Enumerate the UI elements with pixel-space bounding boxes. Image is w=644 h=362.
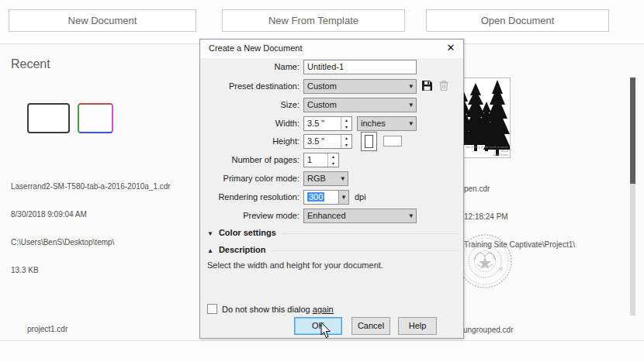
seal-artwork bbox=[457, 221, 513, 305]
section-collapsed-icon: ▼ bbox=[207, 230, 213, 237]
chevron-down-icon: ▾ bbox=[409, 209, 413, 222]
save-preset-icon[interactable] bbox=[421, 80, 434, 92]
thumbnail-caption: the poetry of the earth is never dead Jo… bbox=[459, 145, 508, 157]
mouse-cursor bbox=[320, 322, 332, 342]
file-name: project1.cdr bbox=[27, 325, 107, 334]
preview-mode-dropdown[interactable]: Enhanced ▾ bbox=[303, 209, 417, 223]
vertical-scrollbar[interactable] bbox=[630, 78, 635, 315]
section-divider bbox=[272, 250, 459, 251]
spinner-up-icon[interactable]: ▴ bbox=[341, 117, 351, 124]
recent-thumbnail-seal[interactable] bbox=[457, 221, 513, 305]
recent-thumbnail-laserrand[interactable] bbox=[27, 103, 70, 133]
new-from-template-button[interactable]: New From Template bbox=[222, 9, 405, 32]
landscape-orientation-button[interactable] bbox=[383, 136, 402, 147]
chevron-down-icon: ▾ bbox=[341, 172, 345, 185]
size-dropdown[interactable]: Custom ▾ bbox=[303, 98, 417, 112]
section-expanded-icon: ▲ bbox=[207, 247, 213, 254]
file-name: pen.cdr bbox=[464, 184, 575, 194]
name-input[interactable]: Untitled-1 bbox=[303, 60, 417, 74]
new-document-button[interactable]: New Document bbox=[9, 9, 196, 32]
file-date: 8/30/2018 9:09:04 AM bbox=[11, 210, 171, 219]
help-button[interactable]: Help bbox=[398, 317, 437, 335]
color-settings-section-header[interactable]: ▼Color settings bbox=[207, 228, 276, 239]
rendering-resolution-label: Rendering resolution: bbox=[200, 190, 299, 205]
pages-spinner[interactable]: ▴ ▾ bbox=[327, 153, 338, 167]
number-of-pages-label: Number of pages: bbox=[200, 153, 299, 167]
height-input[interactable]: 3.5 " ▴ ▾ bbox=[303, 134, 352, 149]
description-section-header[interactable]: ▲Description bbox=[207, 245, 265, 256]
create-new-document-dialog: Create a New Document ✕ Name: Untitled-1… bbox=[199, 39, 464, 339]
selected-text: 300 bbox=[307, 192, 324, 202]
width-label: Width: bbox=[200, 116, 299, 131]
preset-destination-label: Preset destination: bbox=[200, 79, 299, 94]
delete-preset-icon[interactable] bbox=[438, 80, 451, 92]
top-bar: New Document New From Template Open Docu… bbox=[0, 0, 644, 44]
spinner-down-icon[interactable]: ▾ bbox=[328, 160, 338, 167]
spinner-up-icon[interactable]: ▴ bbox=[328, 153, 338, 160]
height-label: Height: bbox=[200, 134, 299, 149]
primary-color-mode-dropdown[interactable]: RGB ▾ bbox=[303, 171, 348, 186]
portrait-icon bbox=[365, 135, 373, 148]
do-not-show-again-checkbox-row[interactable]: Do not show this dialog again bbox=[207, 304, 334, 314]
file-path: C:\Users\BenS\Desktop\temp\ bbox=[11, 238, 171, 247]
scrollbar-thumb[interactable] bbox=[630, 78, 635, 184]
spinner-up-icon[interactable]: ▴ bbox=[341, 135, 351, 142]
welcome-screen: New Document New From Template Open Docu… bbox=[0, 0, 644, 362]
width-input[interactable]: 3.5 " ▴ ▾ bbox=[303, 116, 352, 131]
size-label: Size: bbox=[200, 98, 299, 112]
preview-mode-label: Preview mode: bbox=[200, 209, 299, 223]
units-dropdown[interactable]: inches ▾ bbox=[357, 116, 417, 131]
section-divider bbox=[282, 233, 459, 234]
description-text: Select the width and height for your doc… bbox=[207, 260, 383, 270]
recent-thumbnail-trees[interactable]: the poetry of the earth is never dead Jo… bbox=[458, 78, 511, 158]
file-name: Laserrand2-SM-T580-tab-a-2016-2010a_1.cd… bbox=[11, 182, 171, 191]
spinner-down-icon[interactable]: ▾ bbox=[341, 124, 351, 131]
name-label: Name: bbox=[200, 60, 299, 74]
cancel-button[interactable]: Cancel bbox=[351, 317, 390, 335]
open-document-button[interactable]: Open Document bbox=[426, 9, 609, 32]
number-of-pages-input[interactable]: 1 ▴ ▾ bbox=[303, 153, 339, 167]
height-spinner[interactable]: ▴ ▾ bbox=[341, 135, 351, 148]
file-size: 13.3 KB bbox=[11, 266, 171, 275]
footer-area bbox=[0, 342, 644, 362]
chevron-down-icon: ▾ bbox=[409, 117, 413, 130]
portrait-orientation-button[interactable] bbox=[361, 132, 377, 151]
chevron-down-icon: ▾ bbox=[409, 98, 413, 112]
checkbox-label: Do not show this dialog again bbox=[222, 305, 334, 314]
ok-button[interactable]: OK bbox=[294, 317, 342, 335]
rendering-resolution-input[interactable]: 300 bbox=[303, 190, 339, 205]
close-icon[interactable]: ✕ bbox=[441, 40, 460, 56]
dialog-titlebar: Create a New Document ✕ bbox=[200, 40, 463, 58]
width-spinner[interactable]: ▴ ▾ bbox=[341, 117, 351, 130]
spinner-down-icon[interactable]: ▾ bbox=[341, 142, 351, 149]
preset-destination-dropdown[interactable]: Custom ▾ bbox=[303, 79, 417, 94]
dpi-label: dpi bbox=[355, 190, 366, 205]
recent-heading: Recent bbox=[11, 57, 50, 71]
checkbox[interactable] bbox=[207, 304, 217, 314]
file-name: ungrouped.cdr bbox=[463, 326, 514, 335]
recent-file-info: Laserrand2-SM-T580-tab-a-2016-2010a_1.cd… bbox=[11, 164, 171, 294]
dialog-title: Create a New Document bbox=[209, 43, 302, 53]
chevron-down-icon: ▾ bbox=[409, 80, 413, 93]
primary-color-mode-label: Primary color mode: bbox=[200, 171, 299, 186]
resolution-dropdown-arrow[interactable]: ▾ bbox=[338, 190, 349, 205]
recent-thumbnail-project1[interactable] bbox=[78, 103, 113, 133]
